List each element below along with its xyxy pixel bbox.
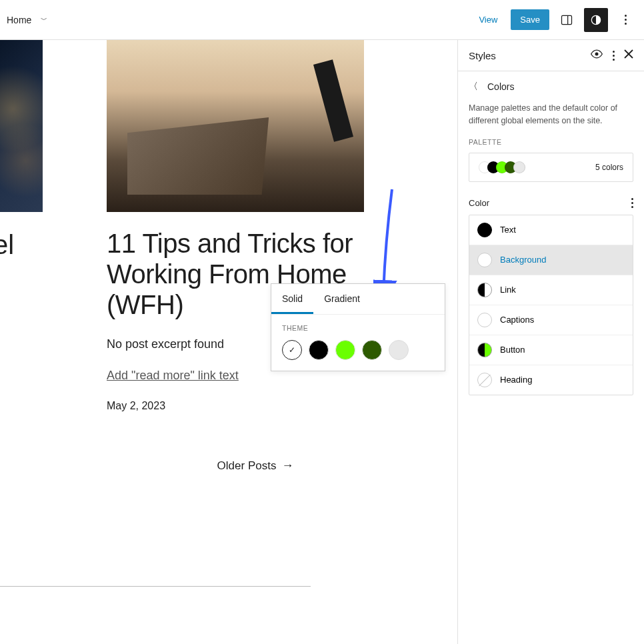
row-label-link: Link	[500, 285, 516, 295]
palette-count: 5 colors	[595, 163, 623, 172]
color-row-captions[interactable]: Captions	[469, 305, 633, 335]
divider	[0, 586, 311, 587]
styles-sidebar: Styles 〈 Colors Manage palettes and the …	[457, 40, 644, 644]
indicator-link	[477, 283, 492, 297]
swatch-3[interactable]	[362, 340, 382, 360]
arrow-right-icon: →	[281, 459, 293, 472]
swatch-2[interactable]	[335, 340, 355, 360]
color-section-header: Color	[458, 198, 644, 215]
panel-icon	[560, 13, 573, 27]
topbar-right: View Save	[471, 8, 637, 32]
popover-tabs: Solid Gradient	[271, 284, 445, 315]
colors-title: Colors	[487, 81, 514, 92]
older-posts-link[interactable]: Older Posts→	[0, 459, 457, 473]
indicator-background	[477, 253, 492, 267]
sidebar-header-icons	[590, 49, 633, 61]
sidebar-title: Styles	[469, 50, 496, 61]
palette-swatches	[479, 161, 522, 173]
color-row-heading[interactable]: Heading	[469, 365, 633, 395]
preview-icon[interactable]	[590, 49, 603, 61]
row-label-heading: Heading	[500, 375, 532, 385]
sidebar-toggle-button[interactable]	[555, 8, 579, 32]
top-bar: Home ﹀ View Save	[0, 0, 644, 40]
chevron-down-icon[interactable]: ﹀	[41, 15, 47, 25]
back-row: 〈 Colors	[458, 71, 644, 98]
color-row-background[interactable]: Background	[469, 245, 633, 275]
swatch-1[interactable]	[309, 340, 329, 360]
colors-description: Manage palettes and the default color of…	[458, 98, 644, 138]
sidebar-header: Styles	[458, 40, 644, 71]
back-chevron-icon[interactable]: 〈	[469, 81, 478, 93]
palette-box[interactable]: 5 colors	[469, 153, 633, 182]
color-more-icon[interactable]	[631, 198, 633, 208]
color-row-button[interactable]: Button	[469, 335, 633, 365]
swatch-0[interactable]: ✓	[282, 340, 302, 360]
svg-point-3	[595, 53, 599, 56]
popover-theme-section: THEME ✓	[271, 315, 445, 371]
post-col-right: 11 Tips and Tricks for Working From Home…	[107, 40, 364, 445]
topbar-left: Home ﹀	[7, 15, 47, 25]
color-section-label: Color	[469, 198, 489, 208]
indicator-heading	[477, 373, 492, 387]
row-label-captions: Captions	[500, 315, 534, 325]
color-row-link[interactable]: Link	[469, 275, 633, 305]
post-row: vel 11 Tips and Tricks for Working From …	[0, 40, 457, 445]
row-label-button: Button	[500, 345, 525, 355]
post-col-left: vel	[0, 40, 43, 445]
color-rows: Text Background Link Captions Button Hea…	[469, 215, 633, 395]
save-button[interactable]: Save	[511, 9, 549, 30]
view-link[interactable]: View	[471, 9, 505, 30]
home-link[interactable]: Home	[7, 15, 31, 25]
check-icon: ✓	[289, 345, 295, 355]
indicator-captions	[477, 313, 492, 327]
theme-swatch-row: ✓	[282, 340, 434, 360]
dots-vertical-icon	[625, 15, 627, 25]
indicator-button	[477, 343, 492, 357]
contrast-icon	[589, 13, 603, 27]
color-popover: Solid Gradient THEME ✓	[271, 283, 445, 371]
indicator-text	[477, 223, 492, 237]
svg-rect-0	[562, 15, 572, 24]
post-image-left[interactable]	[0, 40, 43, 212]
row-label-text: Text	[500, 225, 516, 235]
tab-solid[interactable]: Solid	[271, 284, 313, 314]
theme-label: THEME	[282, 324, 434, 332]
close-icon[interactable]	[624, 49, 633, 61]
post-featured-image[interactable]	[107, 40, 364, 212]
palette-label: PALETTE	[458, 138, 644, 153]
styles-toggle-button[interactable]	[584, 8, 608, 32]
tab-gradient[interactable]: Gradient	[313, 284, 371, 314]
palette-sw-4	[513, 161, 525, 173]
post-title-fragment: vel	[0, 230, 14, 259]
sidebar-more-icon[interactable]	[613, 51, 615, 61]
row-label-background: Background	[500, 255, 546, 265]
post-date[interactable]: May 2, 2023	[107, 400, 364, 412]
swatch-4[interactable]	[389, 340, 409, 360]
more-options-button[interactable]	[613, 8, 637, 32]
color-row-text[interactable]: Text	[469, 215, 633, 245]
older-posts-label: Older Posts	[217, 459, 277, 472]
